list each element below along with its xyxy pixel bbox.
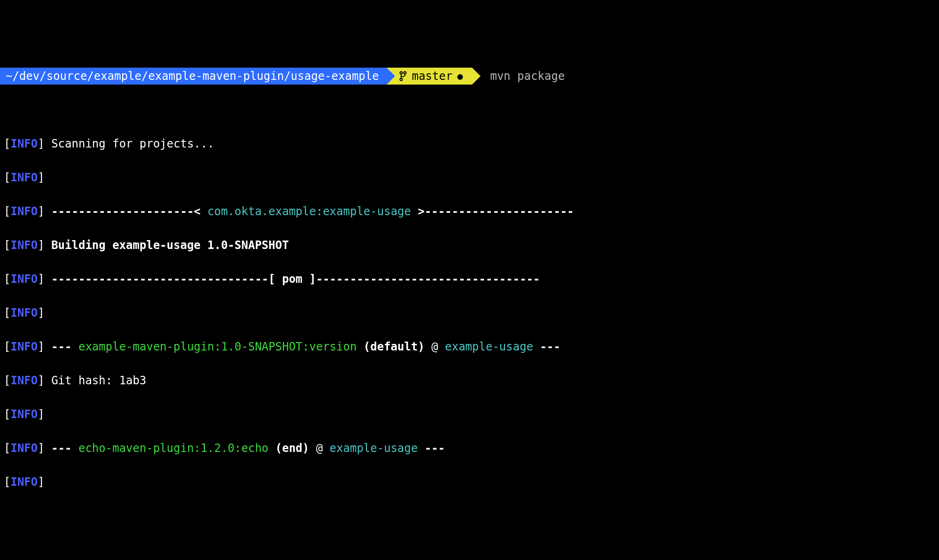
plugin-project: example-usage [330,442,418,455]
bracket: ] [38,340,44,353]
log-line: [INFO] --- echo-maven-plugin:1.2.0:echo … [4,440,935,457]
project-coordinates: com.okta.example:example-usage [208,205,411,218]
prompt-cwd: ~/dev/source/example/example-maven-plugi… [0,68,387,85]
log-level-info: INFO [10,306,38,319]
bracket: ] [38,272,44,286]
plugin-project: example-usage [445,340,533,353]
plugin-sep: --- [418,442,445,455]
bracket: ] [38,306,44,319]
log-line: [INFO] [4,406,935,423]
bracket: [ [4,171,10,184]
bracket: ] [38,408,44,421]
log-level-info: INFO [10,205,38,218]
prompt-git-segment: master ● [387,68,473,85]
bracket: ] [38,374,44,387]
terminal-output: [INFO] Scanning for projects... [INFO] [… [0,118,939,560]
bracket: [ [4,137,10,150]
bracket: [ [4,442,10,455]
log-level-info: INFO [10,340,38,353]
log-line: [INFO] --- example-maven-plugin:1.0-SNAP… [4,338,935,355]
separator: >---------------------- [411,205,574,218]
packaging-type: pom [282,272,302,286]
log-line: [INFO] Git hash: 1ab3 [4,372,935,389]
at-sign: @ [431,340,445,353]
shell-prompt[interactable]: ~/dev/source/example/example-maven-plugi… [0,68,939,85]
bracket: [ [4,408,10,421]
log-line: [INFO] [4,169,935,186]
prompt-separator-icon [472,68,481,85]
svg-point-1 [404,72,406,74]
git-branch-name: master [412,68,453,85]
prompt-command: mvn package [481,68,565,85]
svg-point-2 [400,78,402,81]
bracket: [ [4,374,10,387]
blank-line [4,507,935,524]
log-message: Scanning for projects... [51,137,214,150]
log-level-info: INFO [10,239,38,252]
bracket: ] [38,137,44,150]
prompt-separator-icon [387,68,395,85]
git-branch-icon [399,71,407,81]
plugin-goal: example-maven-plugin:1.0-SNAPSHOT:versio… [78,340,357,353]
bracket: ] [38,205,44,218]
separator: ]--------------------------------- [303,272,540,286]
bracket: ] [38,171,44,184]
separator: --------------------------------[ [51,272,282,286]
plugin-sep: --- [51,340,78,353]
at-sign: @ [316,442,330,455]
log-level-info: INFO [10,408,38,421]
bracket: [ [4,340,10,353]
blank-line [4,541,935,558]
plugin-sep: --- [533,340,560,353]
bracket: [ [4,239,10,252]
log-level-info: INFO [10,137,38,150]
log-line: [INFO] Building example-usage 1.0-SNAPSH… [4,237,935,254]
log-level-info: INFO [10,374,38,387]
plugin-execution: (default) [357,340,431,353]
git-hash-line: Git hash: 1ab3 [51,374,146,387]
bracket: [ [4,475,10,489]
svg-point-0 [400,72,402,74]
bracket: ] [38,239,44,252]
bracket: ] [38,475,44,489]
bracket: [ [4,272,10,286]
bracket: [ [4,306,10,319]
log-level-info: INFO [10,442,38,455]
log-level-info: INFO [10,272,38,286]
bracket: ] [38,442,44,455]
log-level-info: INFO [10,171,38,184]
plugin-sep: --- [51,442,78,455]
log-line: [INFO] --------------------------------[… [4,271,935,288]
plugin-execution: (end) [269,442,316,455]
plugin-goal: echo-maven-plugin:1.2.0:echo [78,442,269,455]
git-dirty-indicator-icon: ● [457,68,463,85]
log-level-info: INFO [10,475,38,489]
log-line: [INFO] Scanning for projects... [4,135,935,152]
log-line: [INFO] [4,474,935,490]
bracket: [ [4,205,10,218]
log-line: [INFO] [4,304,935,321]
separator: ---------------------< [51,205,207,218]
building-header: Building example-usage 1.0-SNAPSHOT [51,239,289,252]
log-line: [INFO] ---------------------< com.okta.e… [4,203,935,220]
